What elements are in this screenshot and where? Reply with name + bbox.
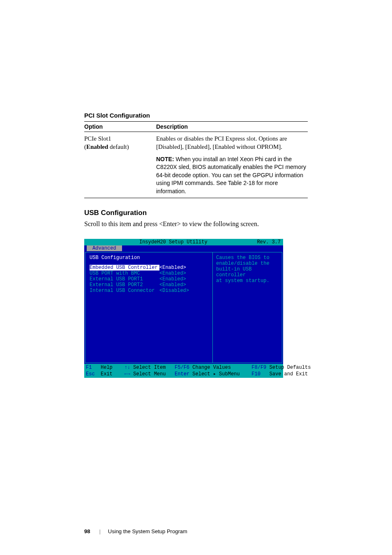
description-text: Enables or disables the PCI Express slot… xyxy=(156,135,287,150)
bios-setting-row[interactable]: USB PORT with BMC<Enabled> xyxy=(90,271,208,276)
column-header-option: Option xyxy=(84,123,156,130)
bios-key-f5f6: F5/F6 xyxy=(175,365,189,370)
bios-key-f8f9: F8/F9 xyxy=(251,365,266,370)
bios-left-pane: USB Configuration Embedded USB Controlle… xyxy=(85,252,212,363)
bios-key-help-label: Help xyxy=(92,365,124,370)
bios-revision: Rev. 3.7 xyxy=(257,239,281,245)
bios-help-line: built-in USB controller xyxy=(216,266,279,278)
bios-key-f1: F1 xyxy=(86,365,92,370)
bios-body: USB Configuration Embedded USB Controlle… xyxy=(84,251,283,364)
bios-help-line: Causes the BIOS to xyxy=(216,255,279,261)
bios-setting-label: External USB PORT1 xyxy=(90,276,159,282)
page-footer: 98 | Using the System Setup Program xyxy=(84,528,187,534)
bios-key-selectmenu-label: Select Menu xyxy=(130,371,175,377)
bios-key-enter: Enter xyxy=(175,371,189,377)
bios-setting-label: External USB PORT2 xyxy=(90,282,159,288)
bios-screenshot: InsydeH20 Setup Utility Rev. 3.7 Advance… xyxy=(84,239,283,377)
bios-key-updown: ↑↓ xyxy=(125,365,130,370)
column-header-description: Description xyxy=(156,123,308,130)
bios-setting-value: <Disabled> xyxy=(159,288,189,294)
bios-tab-advanced[interactable]: Advanced xyxy=(87,245,122,251)
bios-setting-row[interactable]: External USB PORT2<Enabled> xyxy=(90,282,208,288)
table-title: PCI Slot Configuration xyxy=(84,112,308,119)
bios-key-leftright: ←→ xyxy=(125,371,130,377)
option-default-bold: Enabled xyxy=(86,143,108,150)
bios-setting-label: Embedded USB Controller xyxy=(90,265,159,271)
bios-setting-row[interactable]: Internal USB Connector<Disabled> xyxy=(90,288,208,294)
bios-key-saveexit-label: Save and Exit xyxy=(261,371,308,377)
bios-footer: F1 Help ↑↓ Select Item F5/F6 Change Valu… xyxy=(84,364,283,378)
bios-help-line: at system startup. xyxy=(216,278,279,284)
bios-setting-row[interactable]: Embedded USB Controller<Enabled> xyxy=(90,265,208,271)
table-row: PCIe Slot1 (Enabled default) Enables or … xyxy=(84,132,308,198)
bios-key-changevalues-label: Change Values xyxy=(189,365,251,370)
description-cell: Enables or disables the PCI Express slot… xyxy=(156,134,308,195)
section-body-text: Scroll to this item and press <Enter> to… xyxy=(84,220,308,229)
bios-footer-row: F1 Help ↑↓ Select Item F5/F6 Change Valu… xyxy=(86,364,281,371)
option-cell: PCIe Slot1 (Enabled default) xyxy=(84,134,156,195)
bios-key-f10: F10 xyxy=(251,371,261,377)
page-chapter: Using the System Setup Program xyxy=(108,528,187,534)
bios-help-line: enable/disable the xyxy=(216,261,279,266)
bios-titlebar-spacer xyxy=(87,239,90,245)
bios-setting-value: <Enabled> xyxy=(159,282,186,288)
bios-setting-value: <Enabled> xyxy=(159,271,186,276)
option-name: PCIe Slot1 xyxy=(84,135,111,142)
page-divider: | xyxy=(99,528,100,534)
bios-footer-row: Esc Exit ←→ Select Menu Enter Select ▸ S… xyxy=(86,371,281,377)
bios-setting-row[interactable]: External USB PORT1<Enabled> xyxy=(90,276,208,282)
page-number: 98 xyxy=(84,528,90,534)
note-text: When you install an Intel Xeon Phi card … xyxy=(156,156,306,194)
bios-setting-value: <Enabled> xyxy=(159,276,186,282)
bios-tabbar: Advanced xyxy=(84,245,283,251)
bios-setting-value: <Enabled> xyxy=(159,265,186,271)
option-default-suffix: default) xyxy=(108,143,129,150)
bios-key-exit-label: Exit xyxy=(95,371,125,377)
bios-key-setupdefaults-label: Setup Defaults xyxy=(266,365,311,370)
bios-title: InsydeH20 Setup Utility xyxy=(139,239,208,245)
table-header-row: Option Description xyxy=(84,121,308,132)
bios-setting-label: USB PORT with BMC xyxy=(90,271,159,276)
bios-key-selectitem-label: Select Item xyxy=(130,365,175,370)
document-page: PCI Slot Configuration Option Descriptio… xyxy=(0,0,392,555)
section-heading-usb: USB Configuration xyxy=(84,209,308,217)
bios-setting-label: Internal USB Connector xyxy=(90,288,159,294)
bios-titlebar: InsydeH20 Setup Utility Rev. 3.7 xyxy=(84,239,283,245)
bios-key-submenu-label: Select ▸ SubMenu xyxy=(189,371,251,377)
bios-help-pane: Causes the BIOS to enable/disable the bu… xyxy=(212,252,282,363)
bios-key-esc: Esc xyxy=(86,371,95,377)
note-block: NOTE: When you install an Intel Xeon Phi… xyxy=(156,155,308,196)
note-label: NOTE: xyxy=(156,156,174,162)
bios-pane-title: USB Configuration xyxy=(90,255,208,261)
